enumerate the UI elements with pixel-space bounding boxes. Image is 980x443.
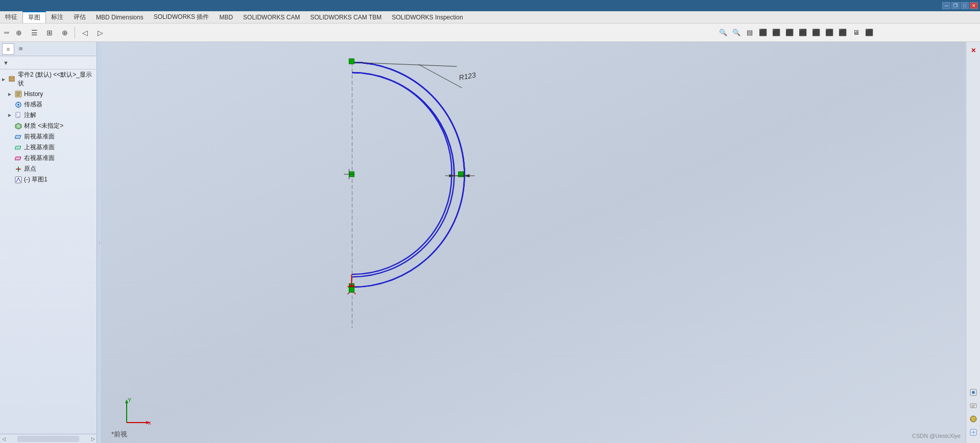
toolbar-back-btn[interactable]: ◁ [78, 26, 92, 40]
svg-marker-17 [15, 157, 21, 160]
right-btn-4[interactable] [968, 427, 979, 438]
toolbar-forward-btn[interactable]: ▷ [93, 26, 107, 40]
right-plane-label: 右视基准面 [24, 154, 55, 162]
filter-bar: ▼ [0, 56, 97, 69]
menu-sketch[interactable]: 草图 [22, 11, 46, 23]
menu-evaluate[interactable]: 评估 [68, 11, 91, 23]
render-btn-2[interactable]: 🔍 [730, 27, 743, 39]
toolbar-btn-1[interactable]: ⊕ [12, 26, 26, 40]
menu-sw-cam[interactable]: SOLIDWORKS CAM [238, 11, 305, 23]
filter-icon[interactable]: ▼ [3, 60, 9, 66]
svg-rect-52 [970, 404, 976, 408]
tree-item-front-plane[interactable]: 前视基准面 [0, 131, 97, 142]
left-panel-scrollbar: ◁ ▷ [0, 434, 97, 443]
toolbar: ⊕ ☰ ⊞ ⊕ ◁ ▷ 🔍 🔍 ▤ ⬛ ⬛ ⬛ ⬛ ⬛ ⬛ ⬛ 🖥 ⬛ [0, 24, 980, 42]
svg-rect-30 [349, 59, 354, 64]
minimize-button[interactable]: ─ [942, 2, 950, 9]
origin-icon [14, 165, 22, 173]
menu-mbd[interactable]: MBD [214, 11, 238, 23]
tree-item-sketch1[interactable]: (-) 草图1 [0, 174, 97, 185]
tree-item-origin[interactable]: 原点 [0, 164, 97, 174]
svg-point-7 [17, 104, 19, 106]
horizontal-scrollbar[interactable] [17, 436, 79, 442]
top-plane-label: 上视基准面 [24, 143, 55, 152]
panel-resize-handle[interactable]: ⋮ [97, 42, 101, 443]
svg-point-58 [972, 419, 974, 421]
menu-bar: 特征 草图 标注 评估 MBD Dimensions SOLIDWORKS 插件… [0, 11, 980, 24]
history-icon [14, 90, 22, 98]
render-btn-6[interactable]: ⬛ [783, 27, 796, 39]
render-btn-8[interactable]: ⬛ [810, 27, 822, 39]
axis-indicator: Y x [116, 397, 147, 428]
restore-button[interactable]: ❐ [951, 2, 960, 9]
toolbar-btn-2[interactable]: ☰ [27, 26, 41, 40]
sensor-label: 传感器 [24, 100, 42, 109]
close-button[interactable]: ✕ [970, 2, 978, 9]
main-layout: ≡ ≋ ▼ ▶ 零件2 (默认) <<默认>_显示状 ▶ [0, 42, 980, 443]
tree-item-part[interactable]: ▶ 零件2 (默认) <<默认>_显示状 [0, 69, 97, 89]
render-btn-3[interactable]: ▤ [744, 27, 756, 39]
render-btn-monitor[interactable]: 🖥 [850, 27, 862, 39]
right-btn-2[interactable] [968, 400, 979, 411]
menu-markup[interactable]: 标注 [46, 11, 68, 23]
material-label: 材质 <未指定> [24, 122, 63, 130]
svg-rect-43 [349, 287, 354, 292]
render-btn-11[interactable]: ⬛ [863, 27, 875, 39]
render-btn-1[interactable]: 🔍 [717, 27, 729, 39]
svg-marker-14 [16, 124, 20, 128]
view-label: *前视 [111, 430, 127, 439]
render-btn-7[interactable]: ⬛ [797, 27, 809, 39]
expand-icon-notes: ▶ [8, 113, 14, 118]
tree-item-sensor[interactable]: 传感器 [0, 99, 97, 110]
notes-label: 注解 [24, 111, 36, 120]
render-btn-10[interactable]: ⬛ [836, 27, 849, 39]
svg-rect-1 [10, 76, 13, 78]
toolbar-btn-3[interactable]: ⊞ [42, 26, 57, 40]
expand-icon-history: ▶ [8, 92, 14, 97]
scroll-left-btn[interactable]: ◁ [0, 434, 7, 444]
left-panel-tabs: ≡ ≋ [0, 42, 97, 56]
svg-point-57 [973, 417, 975, 419]
feature-tree: ▶ 零件2 (默认) <<默认>_显示状 ▶ [0, 69, 97, 434]
right-btn-1[interactable] [968, 387, 979, 398]
tab-properties[interactable]: ≋ [14, 43, 27, 55]
menu-sw-cam-tbm[interactable]: SOLIDWORKS CAM TBM [305, 11, 387, 23]
scroll-right-btn[interactable]: ▷ [89, 434, 97, 444]
watermark: CSDN @UestcXiye [912, 433, 961, 439]
menu-sw-plugin[interactable]: SOLIDWORKS 插件 [149, 11, 214, 23]
notes-icon: A [14, 111, 22, 120]
menu-sw-inspection[interactable]: SOLIDWORKS Inspection [387, 11, 468, 23]
tree-item-history[interactable]: ▶ History [0, 89, 97, 99]
toolbar-btn-4[interactable]: ⊕ [58, 26, 72, 40]
drawing-canvas: R123 [101, 42, 966, 443]
canvas-area[interactable]: R123 [101, 42, 966, 443]
left-panel: ≡ ≋ ▼ ▶ 零件2 (默认) <<默认>_显示状 ▶ [0, 42, 97, 443]
svg-text:x: x [148, 419, 151, 426]
svg-point-56 [971, 417, 973, 419]
front-plane-label: 前视基准面 [24, 132, 55, 141]
tree-item-material[interactable]: 材质 <未指定> [0, 121, 97, 131]
svg-text:Y: Y [128, 397, 132, 403]
render-btn-5[interactable]: ⬛ [770, 27, 782, 39]
sketch1-label: (-) 草图1 [24, 175, 47, 184]
right-close-btn[interactable]: ✕ [968, 45, 979, 56]
tab-features[interactable]: ≡ [2, 43, 14, 55]
toolbar-divider [75, 27, 75, 38]
menu-mbd-dimensions[interactable]: MBD Dimensions [91, 11, 149, 23]
material-icon [14, 122, 22, 130]
part-label: 零件2 (默认) <<默认>_显示状 [18, 71, 94, 88]
maximize-button[interactable]: □ [961, 2, 969, 9]
render-btn-9[interactable]: ⬛ [823, 27, 835, 39]
right-btn-3[interactable] [968, 413, 979, 425]
render-btn-4[interactable]: ⬛ [757, 27, 769, 39]
tree-item-right-plane[interactable]: 右视基准面 [0, 153, 97, 164]
part-icon [8, 75, 16, 83]
svg-marker-15 [15, 135, 21, 138]
tree-item-top-plane[interactable]: 上视基准面 [0, 142, 97, 153]
svg-rect-21 [15, 177, 21, 183]
svg-marker-16 [15, 146, 21, 149]
menu-features[interactable]: 特征 [0, 11, 22, 23]
sketch1-icon [14, 176, 22, 184]
tree-item-notes[interactable]: ▶ A 注解 [0, 110, 97, 121]
title-bar: ─ ❐ □ ✕ [0, 0, 980, 11]
